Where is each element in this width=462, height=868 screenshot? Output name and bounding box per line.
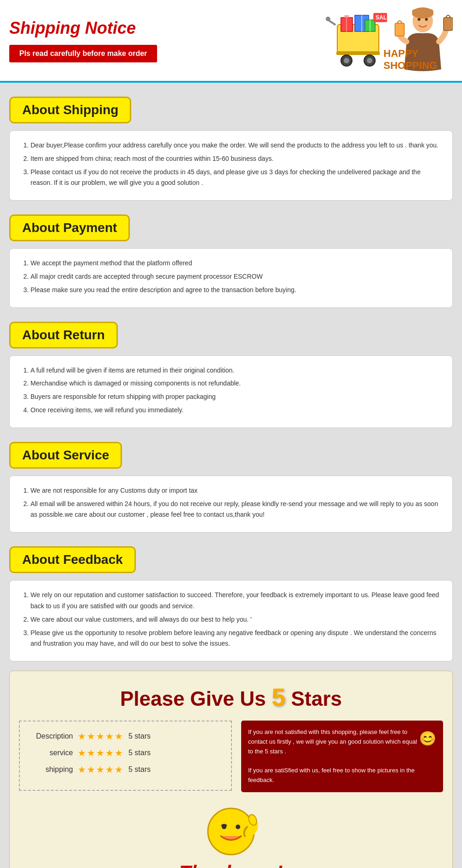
shipping-count: 5 stars	[128, 765, 151, 774]
payment-content: We accept the payment method that the pl…	[9, 248, 453, 307]
svg-point-13	[367, 58, 372, 63]
svg-text:SALE: SALE	[376, 14, 390, 21]
return-content: A full refund will be given if items are…	[9, 355, 453, 428]
main-content: About Shipping Dear buyer,Please confirm…	[0, 83, 462, 868]
description-count: 5 stars	[128, 732, 151, 740]
list-item: We care about our value customers, and w…	[30, 614, 441, 625]
svg-rect-18	[412, 9, 433, 16]
stars-row-shipping: shipping ★★★★★ 5 stars	[31, 764, 219, 775]
shipping-content: Dear buyer,Please confirm your address c…	[9, 130, 453, 201]
list-item: All email will be answered within 24 hou…	[30, 499, 441, 521]
shipping-stars: ★★★★★	[78, 764, 124, 775]
list-item: We accept the payment method that the pl…	[30, 258, 441, 269]
smiley-thumbsup-icon	[203, 801, 259, 857]
thank-you-section: Thank you!	[19, 801, 443, 868]
list-item: We are not responsible for any Customs d…	[30, 485, 441, 496]
shipping-header: About Shipping	[9, 97, 131, 123]
payment-header: About Payment	[9, 214, 130, 241]
red-info-box: 😊 If you are not satisfied with this sho…	[241, 721, 443, 792]
smiley-icon: 😊	[419, 727, 436, 750]
stars-content: Description ★★★★★ 5 stars service ★★★★★ …	[19, 721, 443, 792]
banner-text: Pls read carefully before make order	[9, 45, 157, 62]
shipping-title: About Shipping	[22, 103, 118, 117]
shipping-section: About Shipping Dear buyer,Please confirm…	[9, 92, 453, 201]
cart-icon: SALE	[319, 11, 393, 71]
payment-title: About Payment	[22, 220, 117, 235]
header-left: Shipping Notice Pls read carefully befor…	[9, 18, 157, 62]
thank-you-text: Thank you!	[19, 862, 443, 868]
service-content: We are not responsible for any Customs d…	[9, 476, 453, 532]
return-section: About Return A full refund will be given…	[9, 317, 453, 428]
stars-table: Description ★★★★★ 5 stars service ★★★★★ …	[19, 721, 232, 791]
description-label: Description	[31, 732, 73, 740]
list-item: Item are shipped from china; reach most …	[30, 153, 441, 165]
title-prefix: Please Give Us	[120, 687, 272, 710]
svg-point-25	[236, 825, 240, 829]
stars-row-description: Description ★★★★★ 5 stars	[31, 731, 219, 742]
shipping-label: shipping	[31, 765, 73, 774]
svg-point-8	[326, 17, 330, 21]
list-item: Please contact us if you do not receive …	[30, 167, 441, 189]
give-us-title: Please Give Us 5 Stars	[19, 683, 443, 711]
five-number: 5	[272, 683, 286, 711]
list-item: We rely on our reputation and customer s…	[30, 590, 441, 612]
feedback-content: We rely on our reputation and customer s…	[9, 580, 453, 661]
list-item: All major credit cards are accepted thro…	[30, 271, 441, 282]
feedback-header: About Feedback	[9, 546, 136, 573]
list-item: Once receiving items, we will refund you…	[30, 405, 441, 416]
list-item: Buyers are responsible for return shippi…	[30, 391, 441, 403]
page-header: Shipping Notice Pls read carefully befor…	[0, 0, 462, 83]
feedback-title: About Feedback	[22, 552, 123, 567]
list-item: Dear buyer,Please confirm your address c…	[30, 140, 441, 151]
header-right: SALE HAPPY SHOPPING	[319, 5, 453, 76]
payment-section: About Payment We accept the payment meth…	[9, 210, 453, 307]
svg-point-21	[418, 18, 420, 21]
info-text-1: If you are not satisfied with this shopp…	[248, 727, 436, 756]
info-text-2: If you are satiSfied with us, feel free …	[248, 766, 436, 785]
return-title: About Return	[22, 328, 105, 342]
svg-point-11	[344, 58, 349, 63]
page-title: Shipping Notice	[9, 18, 157, 38]
feedback-section: About Feedback We rely on our reputation…	[9, 542, 453, 661]
stars-row-service: service ★★★★★ 5 stars	[31, 747, 219, 758]
service-label: service	[31, 749, 73, 757]
service-count: 5 stars	[128, 749, 151, 757]
stars-section: Please Give Us 5 Stars Description ★★★★★…	[9, 671, 453, 868]
happy-shopping-label: HAPPY SHOPPING	[383, 48, 453, 72]
list-item: Merchandise which is damaged or missing …	[30, 378, 441, 389]
service-stars: ★★★★★	[78, 747, 124, 758]
title-suffix: Stars	[286, 687, 342, 710]
list-item: Please make sure you read the entire des…	[30, 285, 441, 296]
svg-point-23	[208, 808, 254, 855]
service-header: About Service	[9, 442, 122, 469]
service-title: About Service	[22, 448, 109, 462]
svg-rect-9	[336, 51, 380, 55]
service-section: About Service We are not responsible for…	[9, 437, 453, 532]
svg-point-22	[425, 18, 428, 21]
list-item: Please give us the opportunity to resolv…	[30, 628, 441, 650]
description-stars: ★★★★★	[78, 731, 124, 742]
list-item: A full refund will be given if items are…	[30, 365, 441, 376]
return-header: About Return	[9, 322, 118, 348]
svg-rect-19	[395, 23, 404, 36]
svg-rect-20	[444, 18, 453, 31]
